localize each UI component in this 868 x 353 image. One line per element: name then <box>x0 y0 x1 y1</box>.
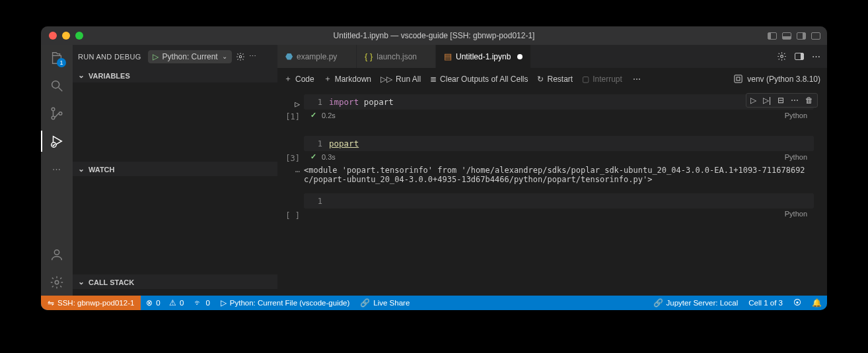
add-markdown-cell-button[interactable]: ＋ Markdown <box>324 73 371 84</box>
variables-panel <box>73 82 277 162</box>
run-cell-icon[interactable]: ▷ <box>750 96 756 105</box>
jupyter-server-icon: 🔗 <box>653 298 663 307</box>
search-icon[interactable] <box>49 78 65 94</box>
feedback-icon[interactable]: ⦿ <box>788 298 807 307</box>
cell-language[interactable]: Python <box>785 112 807 119</box>
toggle-primary-sidebar-icon[interactable] <box>768 32 777 40</box>
remote-indicator[interactable]: ⇋ SSH: gbnwp-pod012-1 <box>41 296 141 310</box>
notebook-cell[interactable]: 1 <box>277 193 822 209</box>
live-share[interactable]: 🔗 Live Share <box>355 296 415 310</box>
sidebar-title: RUN AND DEBUG <box>78 53 141 61</box>
watch-section-header[interactable]: ⌄ WATCH <box>73 162 277 176</box>
titlebar-layout-controls <box>768 32 820 40</box>
chevron-down-icon[interactable]: ⌄ <box>222 53 227 60</box>
run-all-button[interactable]: ▷▷ Run All <box>380 75 421 84</box>
code-content[interactable] <box>329 196 334 206</box>
split-cell-icon[interactable]: ⊟ <box>778 96 784 105</box>
chevron-down-icon: ⌄ <box>78 277 85 286</box>
kernel-selector[interactable]: venv (Python 3.8.10) <box>733 74 820 84</box>
debug-settings-icon[interactable] <box>236 52 245 61</box>
run-and-debug-sidebar: RUN AND DEBUG ▷ Python: Current ⌄ ⋯ ⌄ VA… <box>73 45 277 296</box>
zoom-window-button[interactable] <box>75 32 83 40</box>
svg-point-8 <box>55 280 59 284</box>
notifications-icon[interactable]: 🔔 <box>807 298 827 307</box>
warning-icon: ⚠ <box>169 298 176 307</box>
run-cell-button[interactable]: ▷ <box>277 94 304 109</box>
json-file-icon: { } <box>365 51 373 61</box>
close-window-button[interactable] <box>49 32 57 40</box>
run-by-line-icon[interactable]: ▷| <box>763 96 771 105</box>
cell-gutter <box>277 193 304 196</box>
window-title: Untitled-1.ipynb — vscode-guide [SSH: gb… <box>41 31 827 40</box>
ports-icon: ᯤ <box>194 298 202 307</box>
tab-label: launch.json <box>377 52 417 61</box>
run-debug-icon[interactable] <box>49 133 65 149</box>
kernel-icon <box>733 74 743 84</box>
execution-count: [1] <box>277 110 304 121</box>
execution-count: [ ] <box>277 209 304 220</box>
svg-point-2 <box>52 108 55 111</box>
tab-example-py[interactable]: ⬣ example.py <box>277 45 357 68</box>
more-views-icon[interactable]: ⋯ <box>49 161 65 177</box>
start-debug-icon[interactable]: ▷ <box>153 52 159 61</box>
error-icon: ⊗ <box>146 298 153 307</box>
minimize-window-button[interactable] <box>62 32 70 40</box>
editor-settings-icon[interactable] <box>777 51 787 61</box>
svg-point-0 <box>52 81 59 88</box>
cell-more-icon[interactable]: ⋯ <box>791 96 799 105</box>
cell-position-label: Cell 1 of 3 <box>748 299 783 307</box>
toggle-secondary-sidebar-icon[interactable] <box>797 32 806 40</box>
delete-cell-icon[interactable]: 🗑 <box>805 96 813 105</box>
problems-indicator[interactable]: ⊗0 ⚠0 <box>141 296 189 310</box>
tab-more-icon[interactable]: ⋯ <box>812 51 820 61</box>
clear-outputs-button[interactable]: ≣ Clear Outputs of All Cells <box>430 75 528 84</box>
run-all-icon: ▷▷ <box>380 75 392 84</box>
debug-target[interactable]: ▷ Python: Current File (vscode-guide) <box>215 296 355 310</box>
line-number: 1 <box>304 139 329 148</box>
ports-indicator[interactable]: ᯤ 0 <box>189 296 215 310</box>
notebook-toolbar: ＋ Code ＋ Markdown ▷▷ Run All ≣ Clear Out… <box>277 68 827 90</box>
source-control-icon[interactable] <box>49 106 65 121</box>
cell-input[interactable]: 1 popart <box>304 136 814 151</box>
statusbar: ⇋ SSH: gbnwp-pod012-1 ⊗0 ⚠0 ᯤ 0 ▷ Python… <box>41 296 827 310</box>
cell-language[interactable]: Python <box>785 153 807 161</box>
account-icon[interactable] <box>49 247 65 263</box>
activity-bar: 1 ⋯ <box>41 45 73 296</box>
code-content[interactable]: import popart <box>329 97 394 107</box>
jupyter-server[interactable]: 🔗 Jupyter Server: Local <box>648 298 744 307</box>
explorer-icon[interactable]: 1 <box>49 50 65 66</box>
toolbar-more-icon[interactable]: ⋯ <box>633 75 641 84</box>
variables-section-header[interactable]: ⌄ VARIABLES <box>73 68 277 82</box>
customize-layout-icon[interactable] <box>811 32 820 40</box>
notebook-cell[interactable]: 1 popart <box>277 136 822 151</box>
toggle-panel-icon[interactable] <box>782 32 791 40</box>
add-code-cell-button[interactable]: ＋ Code <box>284 73 314 84</box>
notebook-cell[interactable]: ▷ 1 import popart <box>277 94 822 110</box>
debug-play-icon: ▷ <box>221 298 227 307</box>
output-text[interactable]: <module 'popart.tensorinfo' from '/home/… <box>304 166 822 184</box>
output-collapse-icon[interactable]: ⋯ <box>277 166 304 176</box>
tab-untitled-ipynb[interactable]: ▤ Untitled-1.ipynb <box>436 45 531 68</box>
titlebar: Untitled-1.ipynb — vscode-guide [SSH: gb… <box>41 26 827 45</box>
debug-config-selector[interactable]: ▷ Python: Current ⌄ <box>148 50 232 63</box>
debug-config-label: Python: Current <box>163 52 218 61</box>
cell-language[interactable]: Python <box>785 210 807 218</box>
split-editor-icon[interactable] <box>795 53 804 60</box>
settings-gear-icon[interactable] <box>49 274 65 290</box>
callstack-section-header[interactable]: ⌄ CALL STACK <box>73 274 277 289</box>
tab-label: example.py <box>297 52 337 61</box>
restart-kernel-button[interactable]: ↻ Restart <box>537 75 573 84</box>
tab-launch-json[interactable]: { } launch.json <box>357 45 436 68</box>
cell-position[interactable]: Cell 1 of 3 <box>743 299 788 307</box>
notebook-body[interactable]: ▷ ▷| ⊟ ⋯ 🗑 ▷ 1 import popart <box>277 90 827 296</box>
kernel-label: venv (Python 3.8.10) <box>747 75 820 84</box>
cell-input[interactable]: 1 <box>304 193 814 209</box>
success-check-icon: ✓ <box>310 152 316 161</box>
cell-input[interactable]: 1 import popart <box>304 94 814 110</box>
explorer-badge: 1 <box>57 58 66 67</box>
sidebar-more-icon[interactable]: ⋯ <box>249 52 256 61</box>
code-content[interactable]: popart <box>329 139 359 148</box>
interrupt-kernel-button[interactable]: ▢ Interrupt <box>582 75 622 84</box>
callstack-label: CALL STACK <box>89 278 134 286</box>
clear-outputs-label: Clear Outputs of All Cells <box>440 75 528 84</box>
